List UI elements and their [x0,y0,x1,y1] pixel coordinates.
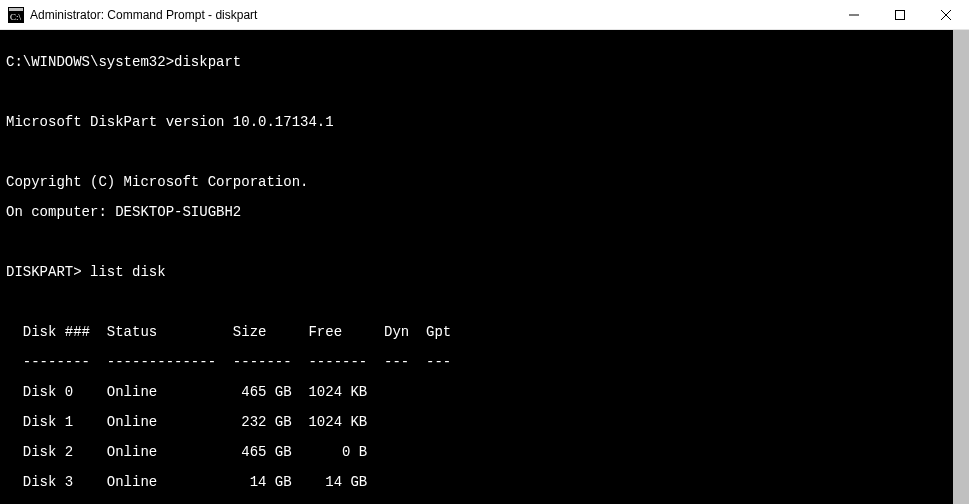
vertical-scrollbar[interactable] [953,30,969,504]
window-controls [831,0,969,30]
terminal-line: On computer: DESKTOP-SIUGBH2 [6,205,969,220]
terminal-line: Disk ### Status Size Free Dyn Gpt [6,325,969,340]
table-row: Disk 0 Online 465 GB 1024 KB [6,385,969,400]
terminal-line [6,235,969,250]
terminal-line: C:\WINDOWS\system32>diskpart [6,55,969,70]
table-row: Disk 3 Online 14 GB 14 GB [6,475,969,490]
table-row: Disk 2 Online 465 GB 0 B [6,445,969,460]
terminal-line: DISKPART> list disk [6,265,969,280]
scrollbar-thumb[interactable] [953,30,969,504]
terminal-line: Copyright (C) Microsoft Corporation. [6,175,969,190]
terminal-line: Microsoft DiskPart version 10.0.17134.1 [6,115,969,130]
close-button[interactable] [923,0,969,30]
table-row: Disk 1 Online 232 GB 1024 KB [6,415,969,430]
titlebar[interactable]: C:\ Administrator: Command Prompt - disk… [0,0,969,30]
svg-text:C:\: C:\ [10,12,22,22]
maximize-button[interactable] [877,0,923,30]
terminal-line: -------- ------------- ------- ------- -… [6,355,969,370]
terminal-line [6,85,969,100]
cmd-icon: C:\ [8,7,24,23]
terminal-area[interactable]: C:\WINDOWS\system32>diskpart Microsoft D… [0,30,969,504]
terminal-line [6,295,969,310]
minimize-button[interactable] [831,0,877,30]
svg-rect-4 [896,11,905,20]
window-title: Administrator: Command Prompt - diskpart [30,8,257,22]
terminal-line [6,145,969,160]
svg-rect-1 [9,8,23,11]
